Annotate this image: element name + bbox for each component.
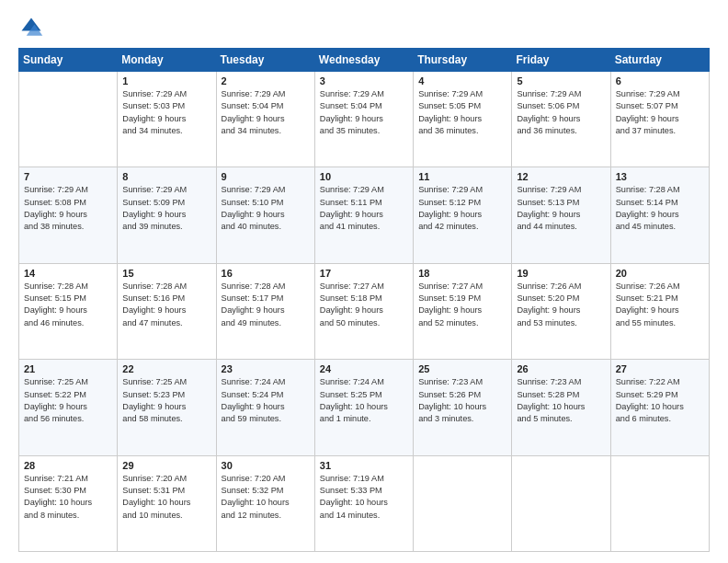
day-number: 8: [122, 171, 210, 182]
calendar-cell: 27Sunrise: 7:22 AM Sunset: 5:29 PM Dayli…: [610, 360, 709, 455]
day-number: 9: [222, 171, 310, 182]
logo: [18, 15, 48, 40]
day-info: Sunrise: 7:20 AM Sunset: 5:32 PM Dayligh…: [222, 473, 310, 522]
day-number: 21: [24, 363, 112, 374]
day-info: Sunrise: 7:29 AM Sunset: 5:10 PM Dayligh…: [222, 184, 310, 233]
day-info: Sunrise: 7:27 AM Sunset: 5:18 PM Dayligh…: [320, 281, 408, 329]
day-info: Sunrise: 7:28 AM Sunset: 5:14 PM Dayligh…: [616, 184, 704, 233]
day-info: Sunrise: 7:29 AM Sunset: 5:03 PM Dayligh…: [122, 88, 210, 137]
day-number: 5: [517, 75, 605, 86]
day-info: Sunrise: 7:29 AM Sunset: 5:05 PM Dayligh…: [418, 88, 506, 137]
day-info: Sunrise: 7:24 AM Sunset: 5:24 PM Dayligh…: [222, 376, 310, 425]
calendar-cell: 24Sunrise: 7:24 AM Sunset: 5:25 PM Dayli…: [314, 360, 413, 455]
day-number: 14: [24, 268, 112, 279]
day-number: 22: [122, 363, 210, 374]
day-info: Sunrise: 7:23 AM Sunset: 5:26 PM Dayligh…: [418, 376, 506, 425]
day-number: 10: [320, 171, 408, 182]
logo-icon: [18, 15, 44, 40]
day-info: Sunrise: 7:29 AM Sunset: 5:08 PM Dayligh…: [24, 184, 112, 233]
calendar-cell: 26Sunrise: 7:23 AM Sunset: 5:28 PM Dayli…: [512, 360, 610, 455]
day-info: Sunrise: 7:28 AM Sunset: 5:15 PM Dayligh…: [24, 281, 112, 329]
calendar-cell: [610, 455, 709, 551]
day-number: 18: [418, 268, 506, 279]
day-info: Sunrise: 7:20 AM Sunset: 5:31 PM Dayligh…: [122, 473, 210, 522]
weekday-header-friday: Friday: [512, 49, 610, 72]
weekday-header-tuesday: Tuesday: [216, 49, 314, 72]
day-number: 19: [517, 268, 605, 279]
calendar-cell: 22Sunrise: 7:25 AM Sunset: 5:23 PM Dayli…: [118, 360, 216, 455]
calendar-cell: 23Sunrise: 7:24 AM Sunset: 5:24 PM Dayli…: [216, 360, 314, 455]
day-info: Sunrise: 7:27 AM Sunset: 5:19 PM Dayligh…: [418, 281, 506, 329]
day-info: Sunrise: 7:29 AM Sunset: 5:13 PM Dayligh…: [517, 184, 605, 233]
day-number: 13: [616, 171, 704, 182]
calendar-cell: 1Sunrise: 7:29 AM Sunset: 5:03 PM Daylig…: [118, 72, 216, 167]
calendar-cell: 21Sunrise: 7:25 AM Sunset: 5:22 PM Dayli…: [19, 360, 118, 455]
calendar-cell: [414, 455, 512, 551]
calendar-cell: 4Sunrise: 7:29 AM Sunset: 5:05 PM Daylig…: [414, 72, 512, 167]
calendar-cell: 3Sunrise: 7:29 AM Sunset: 5:04 PM Daylig…: [314, 72, 413, 167]
day-info: Sunrise: 7:29 AM Sunset: 5:04 PM Dayligh…: [320, 88, 408, 137]
calendar-cell: [512, 455, 610, 551]
calendar-cell: 2Sunrise: 7:29 AM Sunset: 5:04 PM Daylig…: [216, 72, 314, 167]
calendar-cell: 29Sunrise: 7:20 AM Sunset: 5:31 PM Dayli…: [118, 455, 216, 551]
calendar-cell: 9Sunrise: 7:29 AM Sunset: 5:10 PM Daylig…: [216, 167, 314, 263]
day-info: Sunrise: 7:26 AM Sunset: 5:20 PM Dayligh…: [517, 281, 605, 329]
day-info: Sunrise: 7:29 AM Sunset: 5:12 PM Dayligh…: [418, 184, 506, 233]
calendar-week-1: 1Sunrise: 7:29 AM Sunset: 5:03 PM Daylig…: [19, 72, 710, 167]
weekday-header-sunday: Sunday: [19, 49, 118, 72]
day-info: Sunrise: 7:28 AM Sunset: 5:16 PM Dayligh…: [122, 281, 210, 329]
day-number: 12: [517, 171, 605, 182]
day-number: 31: [320, 460, 408, 471]
day-number: 11: [418, 171, 506, 182]
calendar-cell: 28Sunrise: 7:21 AM Sunset: 5:30 PM Dayli…: [19, 455, 118, 551]
day-info: Sunrise: 7:25 AM Sunset: 5:23 PM Dayligh…: [122, 376, 210, 425]
calendar-cell: 6Sunrise: 7:29 AM Sunset: 5:07 PM Daylig…: [610, 72, 709, 167]
calendar-cell: 31Sunrise: 7:19 AM Sunset: 5:33 PM Dayli…: [314, 455, 413, 551]
day-number: 25: [418, 363, 506, 374]
day-info: Sunrise: 7:29 AM Sunset: 5:11 PM Dayligh…: [320, 184, 408, 233]
calendar-cell: [19, 72, 118, 167]
calendar-cell: 12Sunrise: 7:29 AM Sunset: 5:13 PM Dayli…: [512, 167, 610, 263]
day-info: Sunrise: 7:23 AM Sunset: 5:28 PM Dayligh…: [517, 376, 605, 425]
day-info: Sunrise: 7:29 AM Sunset: 5:06 PM Dayligh…: [517, 88, 605, 137]
calendar-cell: 20Sunrise: 7:26 AM Sunset: 5:21 PM Dayli…: [610, 263, 709, 359]
calendar-cell: 5Sunrise: 7:29 AM Sunset: 5:06 PM Daylig…: [512, 72, 610, 167]
day-number: 15: [122, 268, 210, 279]
day-info: Sunrise: 7:19 AM Sunset: 5:33 PM Dayligh…: [320, 473, 408, 522]
day-number: 17: [320, 268, 408, 279]
calendar-cell: 15Sunrise: 7:28 AM Sunset: 5:16 PM Dayli…: [118, 263, 216, 359]
calendar-cell: 18Sunrise: 7:27 AM Sunset: 5:19 PM Dayli…: [414, 263, 512, 359]
calendar-week-2: 7Sunrise: 7:29 AM Sunset: 5:08 PM Daylig…: [19, 167, 710, 263]
day-number: 27: [616, 363, 704, 374]
day-info: Sunrise: 7:25 AM Sunset: 5:22 PM Dayligh…: [24, 376, 112, 425]
day-number: 4: [418, 75, 506, 86]
day-number: 7: [24, 171, 112, 182]
calendar-cell: 7Sunrise: 7:29 AM Sunset: 5:08 PM Daylig…: [19, 167, 118, 263]
calendar-cell: 8Sunrise: 7:29 AM Sunset: 5:09 PM Daylig…: [118, 167, 216, 263]
day-info: Sunrise: 7:22 AM Sunset: 5:29 PM Dayligh…: [616, 376, 704, 425]
day-number: 29: [122, 460, 210, 471]
calendar-cell: 11Sunrise: 7:29 AM Sunset: 5:12 PM Dayli…: [414, 167, 512, 263]
day-number: 20: [616, 268, 704, 279]
weekday-header-thursday: Thursday: [414, 49, 512, 72]
day-number: 30: [222, 460, 310, 471]
calendar-week-3: 14Sunrise: 7:28 AM Sunset: 5:15 PM Dayli…: [19, 263, 710, 359]
calendar-table: SundayMondayTuesdayWednesdayThursdayFrid…: [18, 48, 710, 552]
calendar-cell: 13Sunrise: 7:28 AM Sunset: 5:14 PM Dayli…: [610, 167, 709, 263]
calendar-cell: 16Sunrise: 7:28 AM Sunset: 5:17 PM Dayli…: [216, 263, 314, 359]
day-info: Sunrise: 7:21 AM Sunset: 5:30 PM Dayligh…: [24, 473, 112, 522]
day-info: Sunrise: 7:26 AM Sunset: 5:21 PM Dayligh…: [616, 281, 704, 329]
calendar-week-5: 28Sunrise: 7:21 AM Sunset: 5:30 PM Dayli…: [19, 455, 710, 551]
calendar-cell: 17Sunrise: 7:27 AM Sunset: 5:18 PM Dayli…: [314, 263, 413, 359]
calendar-cell: 10Sunrise: 7:29 AM Sunset: 5:11 PM Dayli…: [314, 167, 413, 263]
day-number: 1: [122, 75, 210, 86]
day-info: Sunrise: 7:29 AM Sunset: 5:09 PM Dayligh…: [122, 184, 210, 233]
calendar-week-4: 21Sunrise: 7:25 AM Sunset: 5:22 PM Dayli…: [19, 360, 710, 455]
day-number: 23: [222, 363, 310, 374]
weekday-header-saturday: Saturday: [610, 49, 709, 72]
day-number: 3: [320, 75, 408, 86]
day-number: 28: [24, 460, 112, 471]
day-info: Sunrise: 7:28 AM Sunset: 5:17 PM Dayligh…: [222, 281, 310, 329]
calendar-cell: 30Sunrise: 7:20 AM Sunset: 5:32 PM Dayli…: [216, 455, 314, 551]
day-number: 2: [222, 75, 310, 86]
